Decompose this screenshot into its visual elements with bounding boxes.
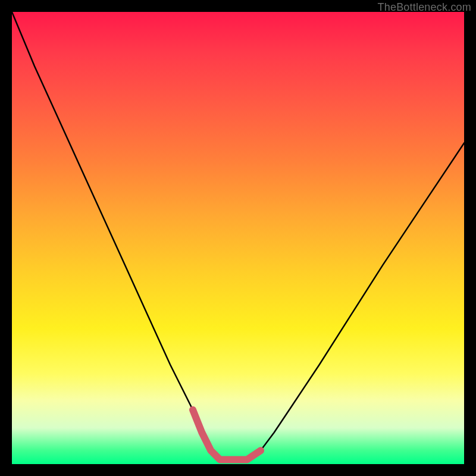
plot-area	[12, 12, 464, 464]
valley-highlight	[193, 410, 261, 460]
chart-svg	[12, 12, 464, 464]
chart-container: TheBottleneck.com	[0, 0, 476, 476]
bottleneck-curve	[12, 12, 464, 459]
